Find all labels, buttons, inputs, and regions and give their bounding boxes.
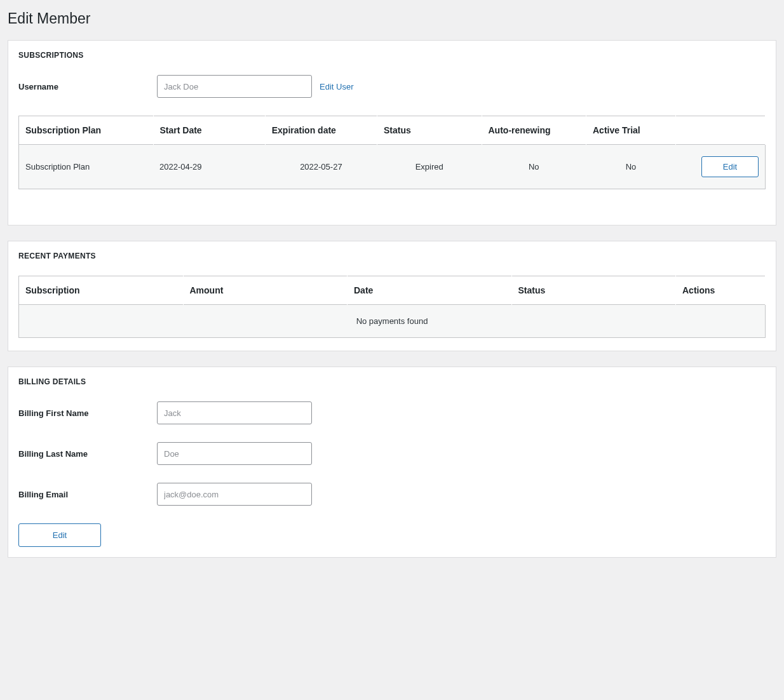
username-label: Username (18, 82, 157, 91)
subscriptions-panel: SUBSCRIPTIONS Username Edit User Subscri… (8, 40, 776, 225)
col-date-header: Date (348, 276, 512, 305)
cell-status: Expired (377, 145, 482, 189)
payments-empty-message: No payments found (19, 305, 766, 338)
edit-billing-button[interactable]: Edit (18, 523, 101, 547)
billing-edit-row: Edit (18, 523, 766, 547)
cell-auto: No (482, 145, 586, 189)
edit-subscription-button[interactable]: Edit (701, 156, 759, 177)
col-plan-header: Subscription Plan (19, 116, 154, 145)
billing-first-name-input[interactable] (157, 401, 312, 424)
billing-panel: BILLING DETAILS Billing First Name Billi… (8, 367, 776, 558)
col-auto-header: Auto-renewing (482, 116, 586, 145)
col-expiration-header: Expiration date (265, 116, 377, 145)
cell-trial: No (586, 145, 676, 189)
page-title: Edit Member (8, 8, 776, 40)
billing-first-name-label: Billing First Name (18, 408, 157, 418)
col-start-header: Start Date (153, 116, 265, 145)
cell-start: 2022-04-29 (153, 145, 265, 189)
payments-panel: RECENT PAYMENTS Subscription Amount Date… (8, 241, 776, 351)
billing-last-name-row: Billing Last Name (18, 442, 766, 465)
col-status-header: Status (377, 116, 482, 145)
col-pay-status-header: Status (511, 276, 676, 305)
subscriptions-table: Subscription Plan Start Date Expiration … (18, 116, 766, 189)
col-subscription-header: Subscription (19, 276, 184, 305)
payments-heading: RECENT PAYMENTS (18, 252, 766, 260)
billing-email-label: Billing Email (18, 490, 157, 499)
col-pay-actions-header: Actions (676, 276, 766, 305)
billing-heading: BILLING DETAILS (18, 377, 766, 386)
subscription-row: Subscription Plan 2022-04-29 2022-05-27 … (19, 145, 766, 189)
col-actions-header (676, 116, 766, 145)
billing-email-row: Billing Email (18, 483, 766, 506)
payments-header-row: Subscription Amount Date Status Actions (19, 276, 766, 305)
username-input[interactable] (157, 75, 312, 98)
subscriptions-header-row: Subscription Plan Start Date Expiration … (19, 116, 766, 145)
billing-last-name-input[interactable] (157, 442, 312, 465)
billing-first-name-row: Billing First Name (18, 401, 766, 424)
cell-edit: Edit (676, 145, 766, 189)
billing-last-name-label: Billing Last Name (18, 449, 157, 459)
col-trial-header: Active Trial (586, 116, 676, 145)
cell-plan: Subscription Plan (19, 145, 154, 189)
username-row: Username Edit User (18, 75, 766, 98)
billing-email-input[interactable] (157, 483, 312, 506)
payments-table: Subscription Amount Date Status Actions … (18, 276, 766, 338)
payments-empty-row: No payments found (19, 305, 766, 338)
col-amount-header: Amount (183, 276, 348, 305)
edit-user-link[interactable]: Edit User (320, 82, 353, 91)
cell-expiration: 2022-05-27 (265, 145, 377, 189)
subscriptions-heading: SUBSCRIPTIONS (18, 51, 766, 60)
